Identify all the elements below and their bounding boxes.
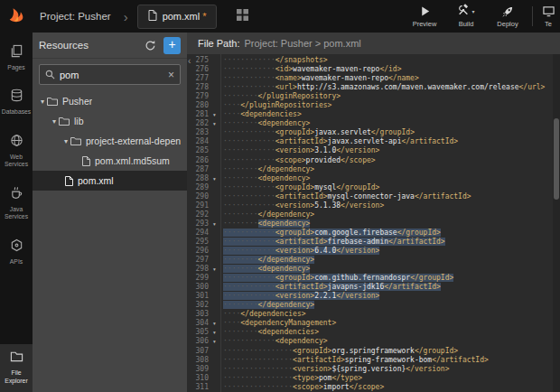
clear-search-icon[interactable]: × (168, 70, 174, 80)
fold-toggle-icon[interactable]: ▾ (209, 119, 220, 128)
dashboard-grid-button[interactable] (237, 8, 248, 24)
fold-spacer (209, 356, 220, 365)
code-line[interactable]: 303····</dependencies> (187, 310, 553, 319)
search-row: × (33, 59, 187, 89)
line-number: 280 (187, 101, 209, 110)
deploy-button[interactable]: Deploy (487, 0, 528, 33)
tree-item-pusher[interactable]: ▾ Pusher (33, 91, 187, 111)
code-line[interactable]: 285············<version>3.1.0</version> (187, 146, 553, 155)
chevron-down-icon[interactable]: ▾ (50, 117, 59, 126)
preview-label: Preview (413, 20, 437, 28)
tree-item-pom-xml-md5sum[interactable]: pom.xml.md5sum (33, 151, 187, 171)
code-line[interactable]: 279········</pluginRepository> (187, 92, 553, 101)
code-line[interactable]: 281▾····<dependencies> (187, 110, 553, 119)
fold-spacer (209, 310, 220, 319)
scrollbar-thumb[interactable] (554, 118, 559, 200)
fold-toggle-icon[interactable]: ▾ (209, 328, 220, 337)
editor-scrollbar[interactable] (553, 54, 560, 392)
fold-spacer (209, 201, 220, 210)
tree-item-project-external-dependencies[interactable]: ▾ project-external-depen (33, 131, 187, 151)
fold-spacer (209, 83, 220, 92)
build-dropdown-caret-icon[interactable]: ▾ (471, 8, 474, 14)
add-resource-button[interactable]: + (163, 37, 181, 54)
code-line[interactable]: 277············<name>wavemaker-maven-rep… (187, 74, 553, 83)
code-line[interactable]: 289············<groupId>mysql</groupId> (187, 183, 553, 192)
code-line[interactable]: 306▾············<dependency> (187, 337, 553, 346)
fold-spacer (209, 183, 220, 192)
code-line[interactable]: 309················<version>${spring.ver… (187, 365, 553, 374)
tree-label: pom.xml.md5sum (95, 155, 170, 166)
partial-action-button[interactable]: Te (537, 0, 560, 33)
search-input[interactable] (60, 70, 163, 80)
code-line[interactable]: 297········</dependency> (187, 256, 553, 265)
code-line[interactable]: 307················<groupId>org.springfr… (187, 347, 553, 356)
tree-label: Pusher (62, 96, 92, 107)
code-lines[interactable]: 275············</snapshots>276··········… (187, 54, 553, 392)
code-line[interactable]: 293▾········<dependency> (187, 219, 553, 229)
fold-spacer (209, 74, 220, 83)
code-line[interactable]: 296············<version>6.4.0</version> (187, 247, 553, 256)
fold-spacer (209, 301, 220, 310)
chevron-down-icon[interactable]: ▾ (61, 137, 70, 145)
code-line[interactable]: 292········</dependency> (187, 210, 553, 219)
code-line[interactable]: 276············<id>wavemaker-maven-repo<… (187, 65, 553, 74)
code-line[interactable]: 286············<scope>provided</scope> (187, 156, 553, 165)
code-line[interactable]: 283············<groupId>javax.servlet</g… (187, 128, 553, 137)
fold-toggle-icon[interactable]: ▾ (209, 174, 220, 183)
code-line[interactable]: 290············<artifactId>mysql-connect… (187, 192, 553, 201)
code-line[interactable]: 291············<version>5.1.38</version> (187, 201, 553, 210)
modified-indicator: * (202, 11, 206, 22)
code-line[interactable]: 310················<type>pom</type> (187, 374, 553, 383)
code-line[interactable]: 287········</dependency> (187, 165, 553, 174)
database-icon (10, 89, 23, 106)
code-line[interactable]: 275············</snapshots> (187, 56, 553, 65)
fold-toggle-icon[interactable]: ▾ (209, 219, 220, 229)
code-line[interactable]: 302········</dependency> (187, 301, 553, 310)
sidebar-item-apis[interactable]: APIs (0, 236, 33, 268)
code-line[interactable]: 280····</pluginRepositories> (187, 101, 553, 110)
code-line[interactable]: 298▾········<dependency> (187, 265, 553, 274)
code-line[interactable]: 295············<artifactId>firebase-admi… (187, 238, 553, 247)
code-line[interactable]: 278············<url>http://s3.amazonaws.… (187, 83, 553, 92)
sidebar-item-web-services[interactable]: Web Services (0, 131, 33, 172)
sidebar-item-file-explorer[interactable]: File Explorer (0, 344, 33, 392)
breadcrumb-chevron-icon: › (124, 10, 128, 23)
sidebar-item-pages[interactable]: Pages (0, 42, 33, 74)
collapse-panel-button[interactable]: ‹ (188, 57, 191, 66)
project-label[interactable]: Project: Pusher (40, 11, 111, 22)
code-line[interactable]: 284············<artifactId>javax.servlet… (187, 137, 553, 146)
chevron-down-icon[interactable]: ▾ (38, 98, 47, 106)
code-line[interactable]: 311················<scope>import</scope> (187, 383, 553, 392)
fold-toggle-icon[interactable]: ▾ (209, 265, 220, 274)
build-button[interactable]: ▾ Build (445, 0, 487, 33)
sidebar-item-java-services[interactable]: Java Services (0, 183, 33, 224)
sidebar-item-databases[interactable]: Databases (0, 86, 33, 118)
code-line[interactable]: 304▾····<dependencyManagement> (187, 319, 553, 328)
fold-spacer (209, 210, 220, 219)
code-line[interactable]: 308················<artifactId>spring-fr… (187, 356, 553, 365)
search-box[interactable]: × (39, 64, 181, 85)
fold-toggle-icon[interactable]: ▾ (209, 110, 220, 119)
code-line[interactable]: 294············<groupId>com.google.fireb… (187, 229, 553, 238)
fold-toggle-icon[interactable]: ▾ (209, 319, 220, 328)
tree-item-lib[interactable]: ▾ lib (33, 111, 187, 131)
code-line[interactable]: 282▾········<dependency> (187, 119, 553, 128)
code-line[interactable]: 288▾········<dependency> (187, 174, 553, 183)
code-line[interactable]: 300············<artifactId>javapns-jdk16… (187, 283, 553, 292)
line-number: 283 (187, 128, 209, 137)
line-number: 296 (187, 247, 209, 256)
fold-spacer (209, 383, 220, 392)
tree-item-pom-xml[interactable]: pom.xml (33, 171, 187, 191)
folder-icon (70, 136, 81, 145)
wavemaker-logo[interactable] (0, 0, 33, 33)
search-icon (45, 67, 55, 83)
fold-toggle-icon[interactable]: ▾ (209, 337, 220, 346)
refresh-button[interactable] (145, 40, 156, 51)
code-line[interactable]: 299············<groupId>com.github.ferna… (187, 274, 553, 283)
file-icon (82, 156, 90, 166)
preview-button[interactable]: Preview (404, 0, 445, 33)
file-tab-pom-xml[interactable]: pom.xml * (137, 5, 218, 29)
code-line[interactable]: 301············<version>2.2.1</version> (187, 292, 553, 301)
line-number: 287 (187, 165, 209, 174)
code-line[interactable]: 305▾········<dependencies> (187, 328, 553, 337)
